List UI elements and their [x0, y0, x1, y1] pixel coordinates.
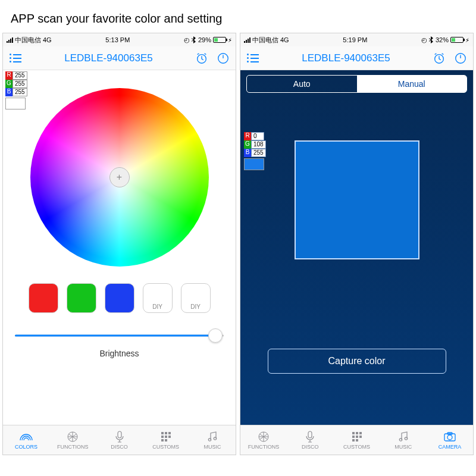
- tab-music[interactable]: MUSIC: [380, 425, 427, 455]
- tab-label: FUNCTIONS: [57, 444, 89, 450]
- rgb-r-label: R: [5, 71, 12, 80]
- tab-functions[interactable]: FUNCTIONS: [240, 425, 287, 455]
- capture-frame[interactable]: [295, 140, 419, 259]
- alarm-status-icon: ◴: [184, 36, 190, 44]
- svg-rect-22: [356, 436, 358, 438]
- battery-fill: [214, 38, 218, 42]
- rgb-g-label: G: [244, 140, 251, 149]
- rgb-g-value: 255: [12, 80, 27, 88]
- rainbow-icon: [20, 431, 33, 443]
- preset-diy-2[interactable]: DIY: [181, 283, 211, 313]
- capture-color-button[interactable]: Capture color: [268, 349, 446, 374]
- rgb-b-label: B: [244, 149, 251, 157]
- page-title: APP scan your favorite color and setting: [0, 0, 476, 33]
- battery-pct: 29%: [198, 36, 211, 43]
- bluetooth-icon: [192, 36, 196, 43]
- status-bar: 中国电信 4G 5:19 PM ◴ 32% ⚡︎: [240, 33, 473, 46]
- rgb-r-label: R: [244, 132, 251, 140]
- segmented-control: Auto Manual: [246, 75, 467, 93]
- signal-icon: [7, 37, 13, 43]
- tab-customs[interactable]: CUSTOMS: [333, 425, 380, 455]
- tab-customs[interactable]: CUSTOMS: [143, 425, 189, 455]
- svg-rect-20: [359, 432, 362, 434]
- svg-rect-9: [168, 436, 171, 438]
- phone-right: 中国电信 4G 5:19 PM ◴ 32% ⚡︎ LEDBLE-940063E5: [240, 33, 474, 455]
- functions-icon: [66, 431, 79, 443]
- tab-disco[interactable]: DISCO: [96, 425, 142, 455]
- svg-rect-11: [165, 439, 167, 441]
- segment-manual[interactable]: Manual: [357, 76, 467, 92]
- wheel-center-button[interactable]: +: [109, 167, 130, 187]
- status-bar: 中国电信 4G 5:13 PM ◴ 29% ⚡︎: [3, 33, 236, 46]
- brightness-label: Brightness: [99, 349, 139, 358]
- rgb-g-label: G: [5, 80, 12, 88]
- rgb-r-value: 255: [12, 71, 27, 80]
- preset-diy-1[interactable]: DIY: [143, 283, 173, 313]
- tab-label: DISCO: [111, 444, 128, 450]
- preset-green[interactable]: [67, 283, 96, 313]
- rgb-swatch: [5, 98, 26, 109]
- tab-camera[interactable]: CAMERA: [427, 425, 473, 455]
- grid-icon: [159, 431, 173, 443]
- menu-button[interactable]: [245, 51, 261, 66]
- tab-functions[interactable]: FUNCTIONS: [49, 425, 96, 455]
- rgb-b-value: 255: [251, 149, 266, 157]
- svg-rect-25: [356, 439, 358, 441]
- status-time: 5:13 PM: [105, 36, 130, 43]
- segment-auto[interactable]: Auto: [247, 76, 357, 92]
- alarm-status-icon: ◴: [421, 36, 427, 44]
- signal-icon: [244, 37, 250, 43]
- menu-button[interactable]: [8, 51, 23, 66]
- slider-fill: [15, 335, 216, 337]
- preset-red[interactable]: [29, 283, 58, 313]
- tab-label: CUSTOMS: [152, 444, 179, 450]
- device-title: LEDBLE-940063E5: [64, 52, 152, 64]
- tab-label: MUSIC: [203, 444, 221, 450]
- preset-row: DIY DIY: [29, 283, 211, 313]
- carrier-text: 中国电信: [252, 36, 278, 45]
- svg-rect-18: [352, 432, 355, 434]
- preset-blue[interactable]: [105, 283, 134, 313]
- power-button[interactable]: [453, 51, 468, 66]
- battery-icon: [213, 37, 226, 43]
- tab-bar: COLORS FUNCTIONS DISCO CUSTOMS MUSIC: [3, 425, 236, 455]
- camera-icon: [443, 431, 456, 443]
- main-content: + DIY DIY Brightness: [3, 70, 236, 425]
- rgb-b-value: 255: [12, 88, 27, 96]
- svg-rect-6: [168, 432, 171, 434]
- brightness-slider[interactable]: [15, 328, 224, 343]
- color-wheel[interactable]: +: [30, 88, 209, 267]
- svg-rect-4: [161, 432, 164, 434]
- tab-label: DISCO: [302, 444, 319, 450]
- timer-button[interactable]: [431, 51, 447, 66]
- phone-left: 中国电信 4G 5:13 PM ◴ 29% ⚡︎ LEDBLE-940063E5: [2, 33, 236, 455]
- tab-label: FUNCTIONS: [248, 444, 280, 450]
- network-text: 4G: [280, 36, 289, 43]
- timer-button[interactable]: [194, 51, 209, 66]
- rgb-r-value: 0: [251, 132, 264, 140]
- tab-disco[interactable]: DISCO: [287, 425, 333, 455]
- charging-icon: ⚡︎: [465, 37, 469, 43]
- battery-icon: [450, 37, 464, 43]
- tab-music[interactable]: MUSIC: [189, 425, 236, 455]
- rgb-swatch: [244, 158, 264, 170]
- tab-label: CUSTOMS: [343, 444, 370, 450]
- network-text: 4G: [43, 36, 52, 43]
- svg-rect-21: [352, 436, 355, 438]
- music-icon: [397, 431, 410, 443]
- power-button[interactable]: [215, 51, 231, 66]
- camera-view: Auto Manual R0 G108 B255 Capture color: [240, 70, 473, 425]
- rgb-readout: R255 G255 B255: [5, 71, 27, 109]
- tab-bar: FUNCTIONS DISCO CUSTOMS MUSIC CAMERA: [240, 425, 473, 455]
- svg-rect-10: [161, 439, 164, 441]
- rgb-b-label: B: [5, 88, 12, 96]
- tab-colors[interactable]: COLORS: [3, 425, 49, 455]
- screenshots-row: 中国电信 4G 5:13 PM ◴ 29% ⚡︎ LEDBLE-940063E5: [0, 33, 476, 455]
- status-time: 5:19 PM: [343, 36, 367, 43]
- svg-rect-7: [161, 436, 164, 438]
- charging-icon: ⚡︎: [228, 37, 232, 43]
- rgb-readout: R0 G108 B255: [244, 132, 266, 170]
- battery-fill: [452, 38, 455, 42]
- svg-rect-3: [118, 431, 121, 438]
- svg-rect-17: [308, 431, 312, 438]
